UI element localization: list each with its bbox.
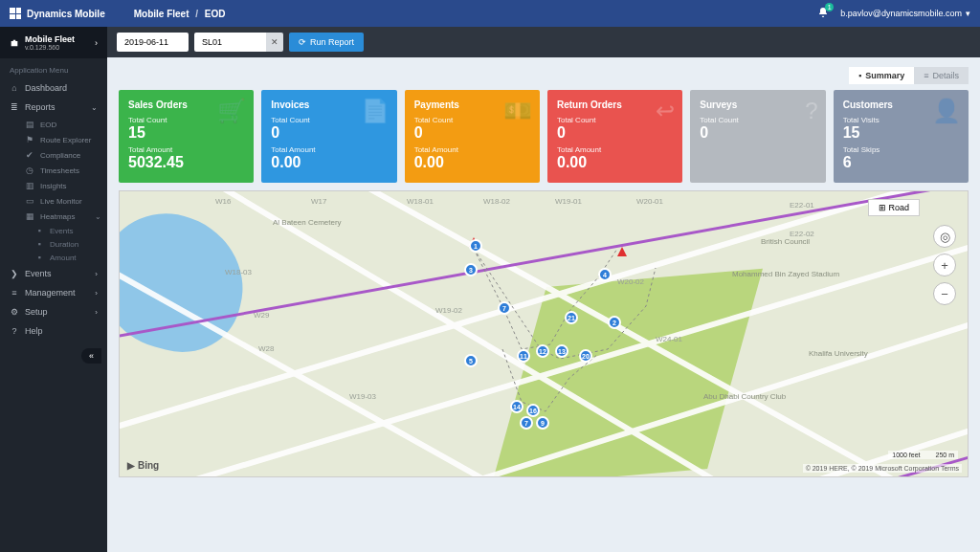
tab-summary[interactable]: ▪Summary <box>849 67 914 84</box>
toolbar: ✕ ⟳ Run Report <box>107 27 980 57</box>
road-icon: ⊞ <box>879 203 886 212</box>
chevron-right-icon: › <box>95 289 98 298</box>
sidebar-fleet-version: v.0.129.560 <box>25 44 89 51</box>
sidebar-item-insights[interactable]: ▥Insights <box>19 178 107 193</box>
run-report-button[interactable]: ⟳ Run Report <box>289 33 364 52</box>
link-icon: ❯ <box>10 269 19 278</box>
brand: Dynamics Mobile <box>10 8 105 19</box>
sidebar-item-heatmaps-events[interactable]: ▪Events <box>29 224 107 237</box>
reports-icon: ≣ <box>10 102 19 112</box>
dashboard-icon: ⌂ <box>10 83 19 93</box>
map-poi-label: Abu Dhabi Country Club <box>703 392 786 401</box>
map-locate-button[interactable]: ◎ <box>933 225 956 248</box>
sidebar-item-compliance[interactable]: ✔Compliance <box>19 147 107 163</box>
sidebar-item-live-monitor[interactable]: ▭Live Monitor <box>19 193 107 209</box>
map-block-label: W19-01 <box>555 197 582 206</box>
bars-icon: ▪ <box>34 253 44 262</box>
user-menu[interactable]: b.pavlov@dynamicsmobile.com ▾ <box>840 9 970 18</box>
tab-details[interactable]: ≡Details <box>914 67 969 84</box>
notifications-button[interactable]: 1 <box>817 7 829 20</box>
map-marker[interactable]: 11 <box>517 349 530 363</box>
sidebar-item-setup[interactable]: ⚙Setup› <box>0 302 107 321</box>
sidebar-item-dashboard[interactable]: ⌂ Dashboard <box>0 78 107 98</box>
sidebar-item-help[interactable]: ?Help <box>0 321 107 341</box>
chevron-down-icon: ▾ <box>966 9 970 18</box>
map-block-label: W20-02 <box>617 277 644 286</box>
sidebar-fleet-header[interactable]: Mobile Fleet v.0.129.560 › <box>0 27 107 58</box>
bars-icon: ▪ <box>34 239 44 249</box>
card-sales-orders[interactable]: 🛒 Sales Orders Total Count 15 Total Amou… <box>119 90 254 183</box>
sidebar-item-reports[interactable]: ≣ Reports ⌄ <box>0 98 107 117</box>
map-marker[interactable]: 1 <box>469 239 482 253</box>
map-layer-select[interactable]: ⊞ Road <box>868 199 920 216</box>
filter-combo: ✕ <box>194 33 283 52</box>
map-marker[interactable]: 14 <box>510 400 523 413</box>
sidebar-item-events[interactable]: ❯Events› <box>0 264 107 283</box>
tabs: ▪Summary ≡Details <box>119 67 969 84</box>
plus-icon: + <box>941 258 948 273</box>
sidebar-item-heatmaps[interactable]: ▦Heatmaps⌄ <box>19 209 107 224</box>
map-marker[interactable]: 5 <box>464 354 478 367</box>
map-provider: ▶Bing <box>127 460 159 471</box>
map-block-label: W19-02 <box>435 306 462 315</box>
map-marker[interactable]: 7 <box>498 301 511 315</box>
date-input[interactable] <box>117 33 189 52</box>
map-block-label: W19-03 <box>349 392 376 401</box>
clock-icon: ◷ <box>25 166 34 175</box>
map-block-label: W18-01 <box>407 197 434 206</box>
content: ▪Summary ≡Details 🛒 Sales Orders Total C… <box>107 57 980 552</box>
svg-line-0 <box>120 191 968 440</box>
minus-icon: − <box>941 287 948 301</box>
heatmap-icon: ▦ <box>25 211 34 221</box>
details-icon: ≡ <box>924 71 928 80</box>
card-surveys[interactable]: ? Surveys Total Count 0 <box>690 90 825 183</box>
kpi-cards: 🛒 Sales Orders Total Count 15 Total Amou… <box>119 90 969 183</box>
filter-clear-button[interactable]: ✕ <box>266 33 283 52</box>
map-block-label: W20-01 <box>636 197 663 206</box>
map-marker[interactable]: 3 <box>464 263 478 276</box>
sidebar-item-management[interactable]: ≡Management› <box>0 283 107 302</box>
map-marker[interactable]: 2 <box>608 316 621 329</box>
sidebar-section-label: Application Menu <box>0 58 107 78</box>
map-block-label: E22-01 <box>790 201 814 210</box>
card-invoices[interactable]: 📄 Invoices Total Count 0 Total Amount 0.… <box>261 90 396 183</box>
close-icon: ✕ <box>271 37 278 47</box>
map-zoom-out-button[interactable]: − <box>933 282 956 305</box>
list-icon: ≡ <box>10 288 19 298</box>
check-icon: ✔ <box>25 150 34 160</box>
map-zoom-in-button[interactable]: + <box>933 254 956 276</box>
map-marker[interactable]: 7 <box>520 416 533 430</box>
map-marker[interactable]: 13 <box>555 344 568 358</box>
svg-line-4 <box>120 249 790 476</box>
sidebar-item-timesheets[interactable]: ◷Timesheets <box>19 163 107 178</box>
map-scale: 1000 feet250 m <box>888 451 958 459</box>
sidebar-item-route-explorer[interactable]: ⚑Route Explorer <box>19 132 107 147</box>
card-payments[interactable]: 💵 Payments Total Count 0 Total Amount 0.… <box>405 90 540 183</box>
map-marker[interactable]: 9 <box>536 416 549 430</box>
map-block-label: W24-01 <box>656 335 682 343</box>
map-marker[interactable]: 16 <box>526 404 540 417</box>
map-marker[interactable]: 12 <box>536 344 549 358</box>
map-flag-end[interactable] <box>617 247 627 256</box>
refresh-icon: ⟳ <box>299 37 306 47</box>
user-email: b.pavlov@dynamicsmobile.com <box>840 9 962 18</box>
sidebar-item-eod[interactable]: ▤EOD <box>19 117 107 132</box>
chart-icon: ▥ <box>25 181 34 190</box>
map-marker[interactable]: 20 <box>579 349 592 363</box>
map-poi-label: British Council <box>761 237 810 246</box>
breadcrumb-fleet[interactable]: Mobile Fleet <box>134 9 189 19</box>
sidebar-item-heatmaps-duration[interactable]: ▪Duration <box>29 237 107 251</box>
map-marker[interactable]: 21 <box>565 311 578 324</box>
map-attribution: © 2019 HERE, © 2019 Microsoft Corporatio… <box>803 464 962 473</box>
card-return-orders[interactable]: ↩ Return Orders Total Count 0 Total Amou… <box>547 90 682 183</box>
sidebar-item-heatmaps-amount[interactable]: ▪Amount <box>29 251 107 264</box>
filter-input[interactable] <box>194 33 266 52</box>
map-block-label: W29 <box>254 311 269 320</box>
sidebar-collapse-button[interactable]: « <box>81 348 101 364</box>
card-customers[interactable]: 👤 Customers Total Visits 15 Total Skips … <box>834 90 969 183</box>
map[interactable]: W16 W17 W18-01 W18-02 W18-03 W19-01 W19-… <box>119 190 969 477</box>
briefcase-icon <box>10 38 19 48</box>
map-marker[interactable]: 4 <box>598 268 612 281</box>
gear-icon: ⚙ <box>10 307 19 317</box>
run-report-label: Run Report <box>310 37 354 47</box>
